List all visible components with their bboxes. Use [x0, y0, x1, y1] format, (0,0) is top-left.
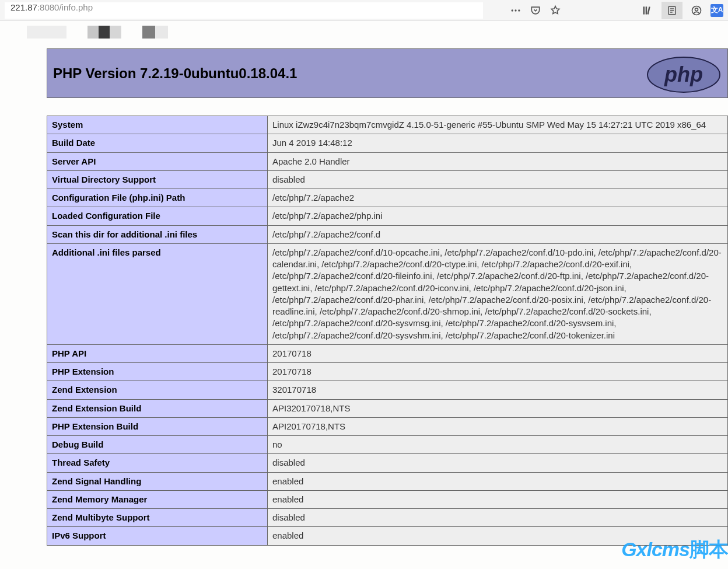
url-path: :8080/info.php	[37, 2, 93, 12]
table-row: Thread Safetydisabled	[47, 454, 728, 472]
account-icon[interactable]	[691, 5, 702, 16]
row-value: 20170718	[268, 344, 728, 362]
table-row: Server APIApache 2.0 Handler	[47, 152, 728, 170]
url-host: 221.87	[10, 2, 37, 12]
row-label: System	[47, 116, 268, 134]
table-row: Zend Extension320170718	[47, 381, 728, 399]
row-value: /etc/php/7.2/apache2/conf.d	[268, 225, 728, 243]
library-icon[interactable]	[642, 5, 653, 16]
pocket-icon[interactable]	[530, 5, 541, 16]
row-value: Jun 4 2019 14:48:12	[268, 134, 728, 152]
row-value: /etc/php/7.2/apache2	[268, 189, 728, 207]
row-label: Loaded Configuration File	[47, 207, 268, 225]
row-value: disabled	[268, 454, 728, 472]
bookmarks-bar	[0, 21, 728, 43]
row-value: disabled	[268, 170, 728, 188]
phpinfo-header: PHP Version 7.2.19-0ubuntu0.18.04.1 php	[47, 48, 728, 98]
bookmark-placeholder[interactable]	[27, 26, 66, 39]
row-label: Zend Extension	[47, 381, 268, 399]
table-row: Virtual Directory Supportdisabled	[47, 170, 728, 188]
table-row: Zend Multibyte Supportdisabled	[47, 509, 728, 527]
row-label: Zend Signal Handling	[47, 472, 268, 490]
page-title: PHP Version 7.2.19-0ubuntu0.18.04.1	[53, 65, 297, 82]
table-row: Zend Extension BuildAPI320170718,NTS	[47, 399, 728, 417]
row-value: 20170718	[268, 363, 728, 381]
svg-text:php: php	[664, 62, 703, 86]
row-value: Apache 2.0 Handler	[268, 152, 728, 170]
row-label: Build Date	[47, 134, 268, 152]
row-value: enabled	[268, 490, 728, 508]
watermark-latin: Gxlcms	[621, 538, 690, 560]
row-value: /etc/php/7.2/apache2/php.ini	[268, 207, 728, 225]
bookmark-placeholder[interactable]	[142, 26, 168, 39]
php-logo: php	[646, 56, 722, 96]
svg-rect-5	[647, 6, 650, 15]
row-label: Zend Memory Manager	[47, 490, 268, 508]
row-label: Debug Build	[47, 436, 268, 454]
row-value: /etc/php/7.2/apache2/conf.d/10-opcache.i…	[268, 243, 728, 344]
row-value: API20170718,NTS	[268, 417, 728, 435]
row-label: Additional .ini files parsed	[47, 243, 268, 344]
row-value: disabled	[268, 509, 728, 527]
row-label: Zend Multibyte Support	[47, 509, 268, 527]
table-row: Zend Memory Managerenabled	[47, 490, 728, 508]
row-label: IPv6 Support	[47, 527, 268, 545]
svg-rect-4	[646, 6, 648, 14]
table-row: PHP Extension BuildAPI20170718,NTS	[47, 417, 728, 435]
row-label: Zend Extension Build	[47, 399, 268, 417]
row-label: Virtual Directory Support	[47, 170, 268, 188]
bookmark-placeholder[interactable]	[88, 26, 121, 39]
row-label: Scan this dir for additional .ini files	[47, 225, 268, 243]
row-value: enabled	[268, 472, 728, 490]
table-row: Scan this dir for additional .ini files/…	[47, 225, 728, 243]
row-label: Thread Safety	[47, 454, 268, 472]
svg-rect-3	[643, 6, 645, 14]
svg-point-0	[512, 9, 513, 11]
table-row: SystemLinux iZwz9c4i7n23bqm7cmvgidZ 4.15…	[47, 116, 728, 134]
table-row: Configuration File (php.ini) Path/etc/ph…	[47, 189, 728, 207]
row-label: PHP API	[47, 344, 268, 362]
row-label: PHP Extension	[47, 363, 268, 381]
table-row: Loaded Configuration File/etc/php/7.2/ap…	[47, 207, 728, 225]
page-content: PHP Version 7.2.19-0ubuntu0.18.04.1 php …	[47, 48, 728, 569]
row-value: API320170718,NTS	[268, 399, 728, 417]
table-row: PHP Extension20170718	[47, 363, 728, 381]
table-row: Debug Buildno	[47, 436, 728, 454]
row-value: no	[268, 436, 728, 454]
phpinfo-table: SystemLinux iZwz9c4i7n23bqm7cmvgidZ 4.15…	[47, 116, 728, 546]
watermark: Gxlcms脚本	[621, 536, 728, 563]
svg-point-11	[695, 8, 698, 11]
reader-view-button[interactable]	[662, 2, 682, 19]
svg-point-1	[514, 9, 516, 11]
page-actions-icon[interactable]	[510, 5, 522, 16]
url-bar[interactable]: 221.87:8080/info.php	[5, 2, 483, 19]
row-label: Server API	[47, 152, 268, 170]
browser-toolbar: 221.87:8080/info.php 文A	[0, 0, 728, 21]
row-label: Configuration File (php.ini) Path	[47, 189, 268, 207]
table-row: PHP API20170718	[47, 344, 728, 362]
table-row: Additional .ini files parsed/etc/php/7.2…	[47, 243, 728, 344]
row-value: Linux iZwz9c4i7n23bqm7cmvgidZ 4.15.0-51-…	[268, 116, 728, 134]
row-label: PHP Extension Build	[47, 417, 268, 435]
row-value: 320170718	[268, 381, 728, 399]
bookmark-star-icon[interactable]	[550, 5, 561, 16]
svg-point-2	[518, 9, 520, 11]
table-row: Build DateJun 4 2019 14:48:12	[47, 134, 728, 152]
table-row: Zend Signal Handlingenabled	[47, 472, 728, 490]
watermark-cn: 脚本	[690, 538, 728, 560]
translate-button[interactable]: 文A	[710, 4, 723, 17]
